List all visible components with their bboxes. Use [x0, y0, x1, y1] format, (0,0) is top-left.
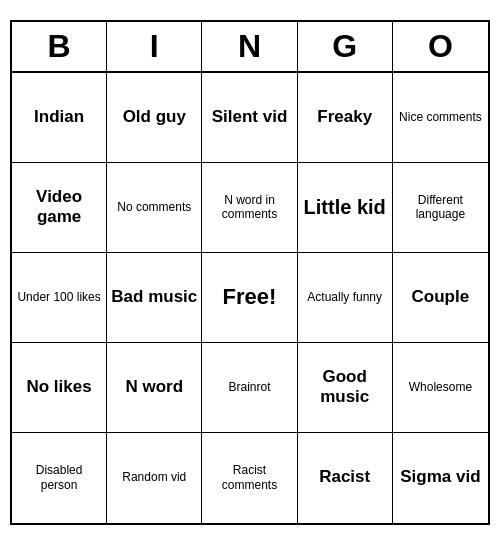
header-letter-g: G [298, 22, 393, 71]
cell-text-20: Disabled person [16, 463, 102, 492]
cell-text-2: Silent vid [212, 107, 288, 127]
cell-text-18: Good music [302, 367, 388, 408]
bingo-cell-14: Couple [393, 253, 488, 343]
bingo-header: BINGO [12, 22, 488, 73]
bingo-cell-8: Little kid [298, 163, 393, 253]
cell-text-24: Sigma vid [400, 467, 480, 487]
bingo-cell-6: No comments [107, 163, 202, 253]
bingo-cell-22: Racist comments [202, 433, 297, 523]
header-letter-b: B [12, 22, 107, 71]
bingo-cell-5: Video game [12, 163, 107, 253]
bingo-card: BINGO IndianOld guySilent vidFreakyNice … [10, 20, 490, 525]
cell-text-12: Free! [223, 284, 277, 310]
cell-text-3: Freaky [317, 107, 372, 127]
bingo-cell-15: No likes [12, 343, 107, 433]
bingo-cell-9: Different language [393, 163, 488, 253]
cell-text-5: Video game [16, 187, 102, 228]
cell-text-22: Racist comments [206, 463, 292, 492]
cell-text-0: Indian [34, 107, 84, 127]
bingo-cell-20: Disabled person [12, 433, 107, 523]
bingo-cell-24: Sigma vid [393, 433, 488, 523]
bingo-cell-21: Random vid [107, 433, 202, 523]
header-letter-i: I [107, 22, 202, 71]
cell-text-6: No comments [117, 200, 191, 214]
bingo-grid: IndianOld guySilent vidFreakyNice commen… [12, 73, 488, 523]
cell-text-1: Old guy [123, 107, 186, 127]
bingo-cell-3: Freaky [298, 73, 393, 163]
cell-text-14: Couple [412, 287, 470, 307]
bingo-cell-11: Bad music [107, 253, 202, 343]
bingo-cell-18: Good music [298, 343, 393, 433]
cell-text-17: Brainrot [228, 380, 270, 394]
cell-text-8: Little kid [304, 195, 386, 219]
cell-text-21: Random vid [122, 470, 186, 484]
bingo-cell-16: N word [107, 343, 202, 433]
bingo-cell-17: Brainrot [202, 343, 297, 433]
cell-text-16: N word [125, 377, 183, 397]
bingo-cell-4: Nice comments [393, 73, 488, 163]
bingo-cell-23: Racist [298, 433, 393, 523]
cell-text-11: Bad music [111, 287, 197, 307]
bingo-cell-10: Under 100 likes [12, 253, 107, 343]
bingo-cell-7: N word in comments [202, 163, 297, 253]
cell-text-23: Racist [319, 467, 370, 487]
cell-text-4: Nice comments [399, 110, 482, 124]
bingo-cell-1: Old guy [107, 73, 202, 163]
header-letter-o: O [393, 22, 488, 71]
bingo-cell-2: Silent vid [202, 73, 297, 163]
bingo-cell-12: Free! [202, 253, 297, 343]
bingo-cell-13: Actually funny [298, 253, 393, 343]
cell-text-9: Different language [397, 193, 484, 222]
cell-text-13: Actually funny [307, 290, 382, 304]
header-letter-n: N [202, 22, 297, 71]
bingo-cell-19: Wholesome [393, 343, 488, 433]
cell-text-7: N word in comments [206, 193, 292, 222]
cell-text-19: Wholesome [409, 380, 472, 394]
bingo-cell-0: Indian [12, 73, 107, 163]
cell-text-15: No likes [26, 377, 91, 397]
cell-text-10: Under 100 likes [17, 290, 100, 304]
